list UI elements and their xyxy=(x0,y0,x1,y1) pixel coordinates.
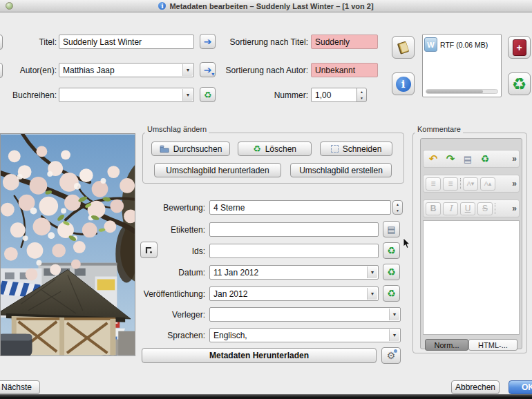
bold-button[interactable]: B xyxy=(426,202,441,215)
tags-editor-button[interactable]: ▤ xyxy=(383,221,400,237)
rating-spinner[interactable]: ▲ ▼ xyxy=(392,200,403,215)
chevron-down-icon[interactable]: ▾ xyxy=(182,89,193,101)
word-doc-icon: W xyxy=(424,37,437,52)
clear-ids-button[interactable]: ♻ xyxy=(383,242,400,259)
publisher-combo[interactable]: ▾ xyxy=(209,307,401,322)
spin-up-icon[interactable]: ▲ xyxy=(357,88,366,95)
font-larger-icon[interactable]: A▴ xyxy=(480,177,495,191)
cover-image[interactable] xyxy=(0,133,135,356)
comments-group-label: Kommentare xyxy=(415,125,463,133)
recycle-icon: ♻ xyxy=(387,266,396,278)
ok-button[interactable]: OK xyxy=(509,380,532,394)
next-book-button[interactable]: Nächste xyxy=(0,380,40,394)
author-label: Autor(en): xyxy=(0,66,57,75)
paste-doc-icon[interactable]: ▤ xyxy=(460,153,475,166)
arrow-right-icon: ➔ xyxy=(204,37,212,46)
download-cover-button[interactable]: Umschlagbild herunterladen xyxy=(154,163,281,177)
browse-cover-button[interactable]: Durchsuchen xyxy=(151,142,230,156)
spin-down-icon[interactable]: ▼ xyxy=(393,208,402,215)
window-title: Metadaten bearbeiten – Suddenly Last Win… xyxy=(169,2,373,10)
numbered-list-icon[interactable]: ≡ xyxy=(443,177,458,191)
italic-button[interactable]: I xyxy=(443,202,458,215)
formats-list[interactable]: W RTF (0.06 MB) xyxy=(422,34,502,97)
title-input[interactable]: Suddenly Last Winter xyxy=(59,35,194,49)
author-sort-input[interactable]: Unbekannt xyxy=(311,63,378,77)
tags-input[interactable] xyxy=(209,222,379,237)
arrow-right-down-icon: ➔ ▾ xyxy=(204,65,212,75)
format-info-button[interactable]: i xyxy=(392,72,415,95)
recycle-icon[interactable]: ♻ xyxy=(477,153,493,166)
clear-date-button[interactable]: ♻ xyxy=(383,264,400,280)
ids-input[interactable] xyxy=(209,244,379,258)
series-combo[interactable]: ▾ xyxy=(59,88,194,102)
tab-html-label: HTML-... xyxy=(478,341,508,349)
chevron-down-icon[interactable]: ▾ xyxy=(367,288,377,300)
published-label: Veröffentlichung: xyxy=(108,289,205,299)
series-label: Buchreihen: xyxy=(0,90,57,100)
comments-text-area[interactable] xyxy=(423,220,520,335)
ids-label: Ids: xyxy=(108,246,205,256)
set-metadata-from-format-button[interactable] xyxy=(392,36,415,59)
chevron-down-icon[interactable]: ▾ xyxy=(389,309,399,320)
published-combo[interactable]: Jan 2012 ▾ xyxy=(209,286,379,301)
remove-label: Löschen xyxy=(265,144,296,154)
browse-label: Durchsuchen xyxy=(173,144,222,154)
tab-normal-view[interactable]: Norm... xyxy=(425,339,468,351)
strikethrough-button[interactable]: S xyxy=(477,202,493,215)
author-sort-label: Sortierung nach Autor: xyxy=(213,66,308,75)
format-item[interactable]: W RTF (0.06 MB) xyxy=(423,35,501,55)
published-value: Jan 2012 xyxy=(213,289,247,299)
underline-button[interactable]: U xyxy=(460,202,475,215)
author-combo[interactable]: Matthias Jaap ▾ xyxy=(59,63,194,77)
title-sort-label: Sortierung nach Titel: xyxy=(220,37,308,47)
toolbar-overflow-icon[interactable]: » xyxy=(512,154,517,164)
redo-icon[interactable]: ↷ xyxy=(443,153,458,166)
spin-up-icon[interactable]: ▲ xyxy=(393,201,402,208)
title-sort-input[interactable]: Suddenly xyxy=(311,35,378,49)
series-number-input[interactable]: 1,00 xyxy=(311,88,357,102)
toolbar-separator xyxy=(495,203,495,214)
author-value: Matthias Jaap xyxy=(63,66,115,75)
remove-cover-button[interactable]: ♻ Löschen xyxy=(238,142,312,156)
date-value: 11 Jan 2012 xyxy=(213,268,258,278)
tab-html-source[interactable]: HTML-... xyxy=(468,339,517,351)
add-format-button[interactable]: + xyxy=(508,36,531,59)
download-metadata-button[interactable]: Metadaten Herunterladen xyxy=(142,348,377,363)
traffic-light-button[interactable] xyxy=(6,2,13,10)
cover-change-group-label: Umschlag ändern xyxy=(145,125,209,133)
date-combo[interactable]: 11 Jan 2012 ▾ xyxy=(209,265,379,280)
editor-toolbar-format: B I U S » xyxy=(423,200,520,217)
editor-toolbar-lists: ≡ ≡ A▾ A▴ » xyxy=(423,175,520,193)
toolbar-overflow-icon[interactable]: » xyxy=(512,179,517,188)
recycle-icon: ♻ xyxy=(387,288,396,299)
trim-label: Schneiden xyxy=(343,144,382,154)
title-label: Titel: xyxy=(0,37,57,47)
chevron-down-icon[interactable]: ▾ xyxy=(389,329,399,341)
remove-format-button[interactable]: ♻ xyxy=(508,72,531,95)
cancel-button[interactable]: Abbrechen xyxy=(451,380,500,394)
download-metadata-label: Metadaten Herunterladen xyxy=(209,351,309,360)
trim-cover-button[interactable]: Schneiden xyxy=(320,142,392,156)
chevron-down-icon[interactable]: ▾ xyxy=(182,64,193,76)
generate-cover-label: Umschlagbild erstellen xyxy=(299,166,383,175)
toolbar-overflow-icon[interactable]: » xyxy=(512,204,517,213)
horizontal-scrollbar[interactable] xyxy=(426,89,498,94)
spin-down-icon[interactable]: ▼ xyxy=(357,95,366,102)
bullet-list-icon[interactable]: ≡ xyxy=(426,177,441,191)
generate-cover-button[interactable]: Umschlagbild erstellen xyxy=(290,163,392,177)
clear-series-button[interactable]: ♻ xyxy=(200,87,216,102)
recycle-icon: ♻ xyxy=(253,144,261,154)
number-label: Nummer: xyxy=(249,90,308,100)
series-number-spinner[interactable]: ▲ ▼ xyxy=(357,88,367,102)
clear-published-button[interactable]: ♻ xyxy=(383,285,400,302)
undo-icon[interactable]: ↶ xyxy=(426,153,441,166)
auto-title-sort-button[interactable]: ➔ xyxy=(200,34,216,49)
recycle-icon: ♻ xyxy=(512,75,527,94)
font-smaller-icon[interactable]: A▾ xyxy=(463,177,478,191)
languages-combo[interactable]: Englisch, ▾ xyxy=(209,328,401,342)
rating-input[interactable]: 4 Sterne xyxy=(209,200,391,215)
chevron-down-icon[interactable]: ▾ xyxy=(367,266,377,278)
configure-metadata-download-button[interactable]: ⚙ xyxy=(381,347,401,364)
scrollbar-thumb[interactable] xyxy=(426,90,483,93)
tags-label: Etiketten: xyxy=(108,225,205,235)
